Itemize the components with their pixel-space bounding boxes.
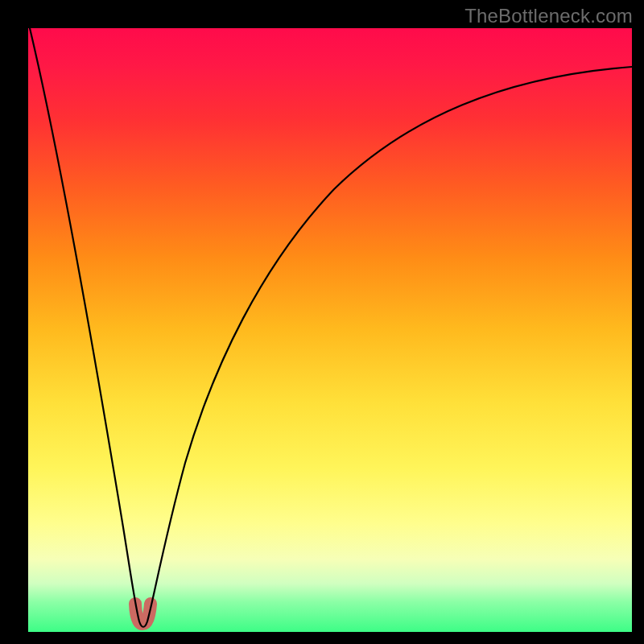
watermark-text: TheBottleneck.com bbox=[464, 5, 633, 27]
plot-area bbox=[28, 28, 632, 632]
curve-layer bbox=[28, 28, 632, 632]
chart-stage: TheBottleneck.com bbox=[0, 0, 644, 644]
bottleneck-curve bbox=[30, 28, 632, 627]
